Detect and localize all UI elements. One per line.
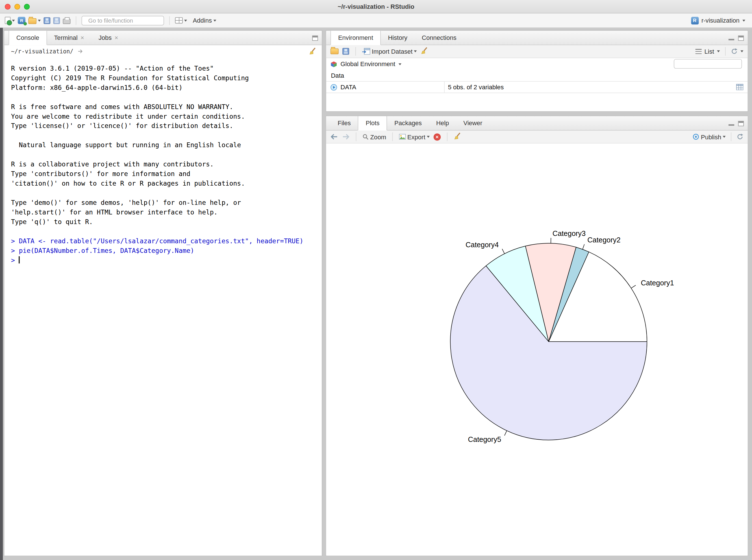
maximize-pane-icon[interactable] (738, 121, 744, 126)
project-name: r-visualization (702, 17, 739, 24)
console-output[interactable]: R version 3.6.1 (2019-07-05) -- "Action … (4, 58, 322, 265)
rstudio-window: ~/r-visualization - RStudio R (0, 0, 752, 560)
console-pane: Console Terminal Jobs ~/r-visualization/ (4, 30, 322, 556)
goto-input[interactable] (87, 17, 164, 24)
environment-object-row[interactable]: DATA 5 obs. of 2 variables (326, 81, 748, 93)
chevron-down-icon[interactable] (12, 20, 15, 21)
close-tab-icon[interactable] (115, 35, 118, 41)
view-table-icon[interactable] (736, 84, 743, 90)
goto-file-function-box[interactable] (82, 16, 164, 25)
plots-toolbar: Zoom Export (326, 131, 748, 143)
pie-label-Category1: Category1 (641, 279, 674, 287)
pane-layout-button[interactable] (175, 17, 187, 23)
console-output-line: 'citation()' on how to cite R or R packa… (11, 179, 322, 188)
console-output-line: 'help.start()' for an HTML browser inter… (11, 207, 322, 217)
tab-environment[interactable]: Environment (330, 31, 381, 45)
publish-button[interactable]: Publish (693, 133, 726, 140)
goto-directory-icon[interactable] (78, 49, 83, 54)
tab-label: Packages (394, 116, 422, 130)
zoom-plot-button[interactable]: Zoom (362, 133, 386, 140)
tab-viewer[interactable]: Viewer (456, 116, 490, 130)
save-all-button[interactable] (53, 17, 60, 24)
project-menu[interactable]: R r-visualization (691, 17, 747, 24)
tab-label: Console (16, 31, 39, 45)
plots-pane: Files Plots Packages Help Viewer (326, 116, 748, 556)
chevron-down-icon[interactable] (717, 50, 720, 52)
refresh-icon[interactable] (737, 133, 744, 140)
tab-packages[interactable]: Packages (387, 116, 429, 130)
load-workspace-icon[interactable] (330, 48, 339, 54)
environment-search-input[interactable] (678, 60, 752, 67)
console-input-line: > DATA <- read.table("/Users/lsalazar/co… (11, 236, 322, 246)
new-file-button[interactable] (5, 17, 15, 24)
minimize-window-button[interactable] (15, 4, 20, 9)
addins-label: Addins (193, 17, 211, 24)
console-output-line (11, 188, 322, 198)
tab-files[interactable]: Files (330, 116, 358, 130)
toolbar-separator (447, 133, 447, 141)
magnifier-icon (362, 134, 369, 140)
main-toolbar: R Addins R (0, 14, 752, 28)
chevron-down-icon[interactable] (740, 50, 743, 52)
refresh-icon[interactable] (731, 48, 737, 55)
list-view-label[interactable]: List (705, 48, 714, 55)
tab-jobs[interactable]: Jobs (91, 31, 125, 45)
minimize-pane-icon[interactable] (729, 124, 734, 125)
export-plot-button[interactable]: Export (399, 133, 430, 140)
import-dataset-label: Import Dataset (372, 48, 413, 55)
toolbar-separator (725, 47, 726, 56)
clear-environment-button[interactable] (421, 47, 428, 56)
open-file-button[interactable] (28, 17, 41, 24)
chevron-down-icon (723, 136, 726, 138)
tab-help[interactable]: Help (429, 116, 456, 130)
maximize-pane-icon[interactable] (738, 35, 744, 41)
tab-label: Jobs (99, 31, 112, 45)
tab-label: Plots (366, 116, 380, 130)
chevron-down-icon[interactable] (184, 20, 187, 21)
pie-label-Category3: Category3 (552, 229, 586, 237)
tab-plots[interactable]: Plots (358, 116, 387, 131)
chevron-down-icon[interactable] (38, 20, 41, 21)
console-output-line: R version 3.6.1 (2019-07-05) -- "Action … (11, 63, 322, 73)
save-workspace-icon[interactable] (342, 48, 349, 55)
chevron-down-icon (427, 136, 430, 138)
tab-terminal[interactable]: Terminal (47, 31, 91, 45)
environment-pane: Environment History Connections (326, 30, 748, 112)
import-dataset-icon (362, 48, 370, 55)
tab-label: Terminal (54, 31, 77, 45)
broom-icon (421, 47, 428, 54)
console-input-line: > (11, 255, 322, 265)
addins-menu[interactable]: Addins (193, 17, 216, 24)
import-dataset-button[interactable]: Import Dataset (362, 48, 417, 55)
export-image-icon (399, 134, 406, 140)
console-output-line: Type 'demo()' for some demos, 'help()' f… (11, 198, 322, 207)
chevron-down-icon (743, 20, 745, 21)
new-project-button[interactable]: R (18, 17, 25, 24)
broom-icon (309, 47, 316, 55)
print-button[interactable] (63, 17, 70, 24)
print-icon (63, 19, 70, 24)
close-tab-icon[interactable] (81, 35, 84, 41)
maximize-pane-icon[interactable] (312, 35, 318, 41)
remove-plot-button[interactable] (433, 133, 441, 140)
zoom-window-button[interactable] (24, 4, 30, 9)
zoom-label: Zoom (370, 133, 386, 140)
publish-label: Publish (701, 133, 721, 140)
tab-console[interactable]: Console (9, 31, 47, 45)
environment-scope-selector[interactable]: Global Environment (340, 60, 395, 67)
next-plot-icon[interactable] (342, 134, 349, 140)
close-window-button[interactable] (5, 4, 11, 9)
minimize-pane-icon[interactable] (729, 39, 734, 40)
expand-object-icon[interactable] (330, 84, 337, 91)
chevron-down-icon[interactable] (399, 63, 402, 65)
previous-plot-icon[interactable] (330, 134, 338, 140)
toolbar-separator (731, 133, 731, 141)
tab-connections[interactable]: Connections (415, 31, 464, 45)
environment-search-box[interactable] (674, 59, 742, 69)
save-button[interactable] (43, 17, 50, 24)
tab-history[interactable]: History (381, 31, 415, 45)
console-output-line: R is free software and comes with ABSOLU… (11, 102, 322, 111)
clear-console-button[interactable] (309, 47, 316, 56)
console-tabstrip: Console Terminal Jobs (4, 31, 322, 45)
clear-all-plots-button[interactable] (454, 133, 461, 141)
